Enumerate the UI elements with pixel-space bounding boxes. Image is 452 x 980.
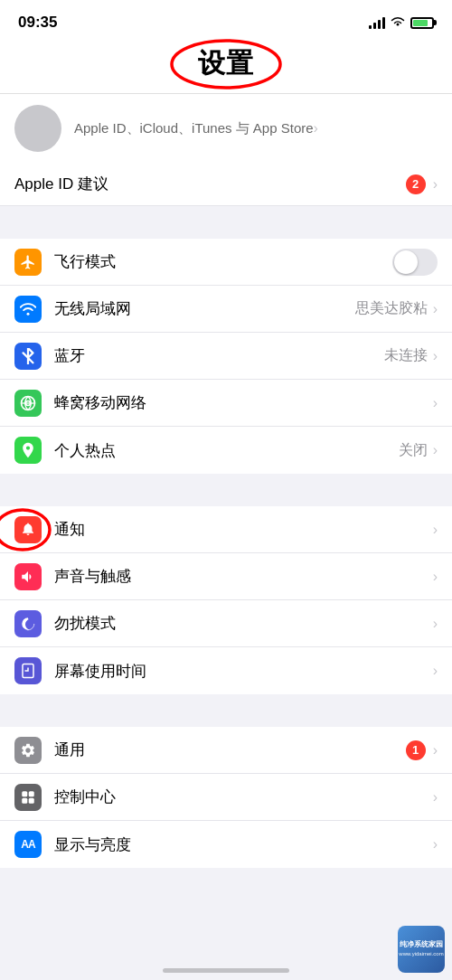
wifi-chevron: ›: [433, 301, 438, 317]
wifi-row[interactable]: 无线局域网 思美达胶粘 ›: [0, 286, 452, 333]
status-icons: [369, 16, 434, 30]
home-indicator: [163, 968, 289, 973]
controlcenter-icon: [14, 784, 42, 811]
display-chevron: ›: [433, 836, 438, 853]
screentime-chevron: ›: [433, 663, 438, 679]
section-divider-3: [0, 694, 452, 727]
notifications-chevron: ›: [433, 522, 438, 538]
svg-rect-5: [22, 791, 27, 796]
section-divider-2: [0, 474, 452, 506]
account-row[interactable]: Apple ID、iCloud、iTunes 与 App Store ›: [0, 93, 452, 163]
battery-icon: [410, 17, 434, 29]
cellular-chevron: ›: [433, 395, 438, 411]
donotdisturb-label: 勿扰模式: [54, 613, 433, 634]
bluetooth-label: 蓝牙: [54, 345, 384, 366]
general-badge: 1: [406, 740, 426, 760]
donotdisturb-chevron: ›: [433, 616, 438, 632]
section-divider-1: [0, 206, 452, 239]
svg-rect-7: [22, 797, 27, 803]
page-title: 设置: [198, 48, 254, 78]
status-time: 09:35: [18, 14, 57, 32]
general-group: 通用 1 › 控制中心 › AA 显示与亮度 ›: [0, 727, 452, 868]
apple-id-chevron: ›: [433, 176, 438, 193]
cellular-row[interactable]: 蜂窝移动网络 ›: [0, 380, 452, 427]
sound-row[interactable]: 声音与触感 ›: [0, 553, 452, 600]
svg-rect-8: [29, 797, 34, 803]
display-icon: AA: [14, 831, 42, 858]
hotspot-chevron: ›: [433, 442, 438, 458]
bluetooth-chevron: ›: [433, 348, 438, 364]
sound-chevron: ›: [433, 569, 438, 585]
donotdisturb-row[interactable]: 勿扰模式 ›: [0, 600, 452, 647]
wifi-label: 无线局域网: [54, 298, 355, 319]
general-row[interactable]: 通用 1 ›: [0, 727, 452, 774]
wifi-status-icon: [391, 16, 405, 30]
wifi-value: 思美达胶粘: [355, 299, 428, 318]
bluetooth-row[interactable]: 蓝牙 未连接 ›: [0, 333, 452, 380]
avatar: [14, 105, 61, 152]
general-chevron: ›: [433, 742, 438, 759]
donotdisturb-icon: [14, 610, 42, 637]
status-bar: 09:35: [0, 0, 452, 40]
notifications-label: 通知: [54, 519, 433, 540]
sound-label: 声音与触感: [54, 566, 433, 587]
airplane-mode-row[interactable]: 飞行模式: [0, 239, 452, 286]
page-header: 设置: [0, 40, 452, 93]
screentime-row[interactable]: 屏幕使用时间 ›: [0, 647, 452, 694]
bluetooth-icon: [14, 343, 42, 370]
account-subtitle: Apple ID、iCloud、iTunes 与 App Store: [74, 120, 314, 137]
notification-group: 通知 › 声音与触感 › 勿扰模式 › 屏幕使用时间: [0, 506, 452, 694]
account-chevron: ›: [314, 120, 318, 137]
cellular-label: 蜂窝移动网络: [54, 392, 433, 413]
cellular-icon: [14, 390, 42, 417]
hotspot-label: 个人热点: [54, 440, 399, 461]
screentime-icon: [14, 657, 42, 684]
controlcenter-label: 控制中心: [54, 787, 433, 807]
display-row[interactable]: AA 显示与亮度 ›: [0, 821, 452, 868]
controlcenter-row[interactable]: 控制中心 ›: [0, 774, 452, 821]
general-label: 通用: [54, 740, 406, 760]
general-icon: [14, 737, 42, 764]
hotspot-icon: [14, 437, 42, 464]
network-group: 飞行模式 无线局域网 思美达胶粘 › 蓝牙 未连接 ›: [0, 239, 452, 474]
apple-id-row[interactable]: Apple ID 建议 2 ›: [0, 163, 452, 206]
signal-icon: [369, 16, 385, 29]
sound-icon: [14, 563, 42, 590]
hotspot-row[interactable]: 个人热点 关闭 ›: [0, 427, 452, 474]
screentime-label: 屏幕使用时间: [54, 661, 433, 682]
watermark: 纯净系统家园 www.yidaimei.com: [398, 926, 445, 973]
wifi-icon: [14, 296, 42, 323]
apple-id-label: Apple ID 建议: [14, 174, 406, 194]
svg-rect-6: [29, 791, 34, 796]
hotspot-value: 关闭: [399, 441, 428, 460]
notifications-icon: [14, 516, 42, 543]
airplane-mode-icon: [14, 249, 42, 276]
controlcenter-chevron: ›: [433, 789, 438, 806]
apple-id-badge: 2: [406, 174, 426, 194]
notifications-row[interactable]: 通知 ›: [0, 506, 452, 553]
airplane-mode-toggle[interactable]: [392, 249, 438, 276]
airplane-mode-label: 飞行模式: [54, 251, 392, 272]
display-label: 显示与亮度: [54, 834, 433, 855]
bluetooth-value: 未连接: [384, 346, 428, 365]
